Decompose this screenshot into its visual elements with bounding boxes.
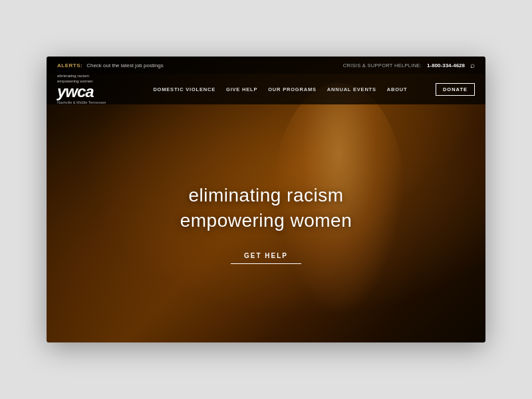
browser-window: ALERTS: Check out the latest job posting… xyxy=(47,57,485,342)
nav-about[interactable]: ABOUT xyxy=(383,84,412,95)
alert-bar: ALERTS: Check out the latest job posting… xyxy=(47,57,485,74)
alert-text: Check out the latest job postings xyxy=(86,63,164,68)
search-icon[interactable]: ⌕ xyxy=(470,61,475,70)
nav-give-help[interactable]: GIVE HELP xyxy=(222,84,261,95)
nav-annual-events[interactable]: ANNUAL EVENTS xyxy=(323,84,380,95)
navbar: eliminating racism empowering women ywca… xyxy=(47,74,485,104)
get-help-button[interactable]: GET HELP xyxy=(231,249,301,264)
nav-links: DOMESTIC VIOLENCE GIVE HELP OUR PROGRAMS… xyxy=(138,84,422,95)
nav-domestic-violence[interactable]: DOMESTIC VIOLENCE xyxy=(149,84,219,95)
helpline-number: 1-800-334-4628 xyxy=(427,63,465,68)
hero-content: eliminating racism empowering women GET … xyxy=(47,104,485,342)
nav-our-programs[interactable]: OUR PROGRAMS xyxy=(264,84,321,95)
alert-right: CRISIS & SUPPORT HELPLINE: 1-800-334-462… xyxy=(343,61,475,70)
alert-left: ALERTS: Check out the latest job posting… xyxy=(57,63,164,68)
helpline-label: CRISIS & SUPPORT HELPLINE: xyxy=(343,63,422,68)
alerts-label: ALERTS: xyxy=(57,63,82,68)
hero-headline: eliminating racism empowering women xyxy=(180,183,352,233)
donate-button[interactable]: DONATE xyxy=(436,83,475,96)
logo-ywca[interactable]: ywca xyxy=(57,84,117,100)
logo-area: eliminating racism empowering women ywca… xyxy=(57,74,117,105)
